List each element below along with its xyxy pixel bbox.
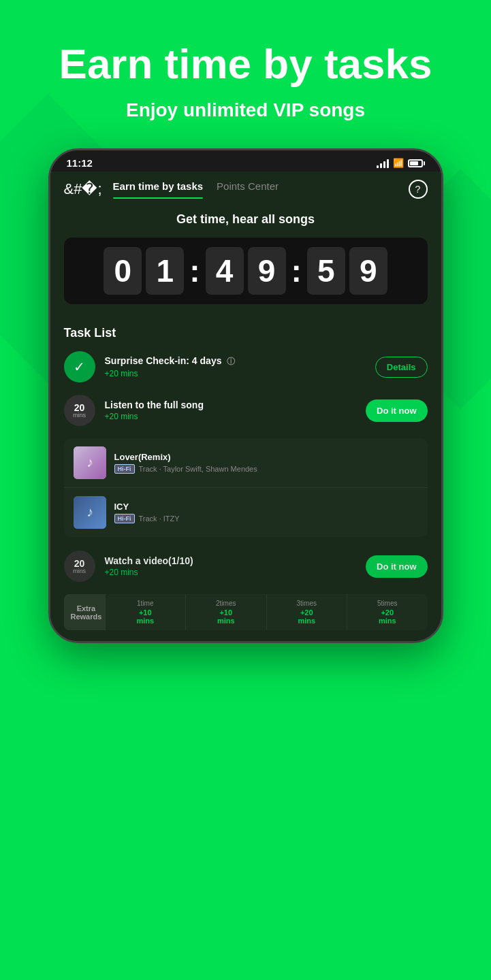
song-item-lover[interactable]: ♪ Lover(Remix) Hi-Fi Track · Taylor Swif…	[64, 438, 428, 487]
phone-mockup: 11:12 📶 &#�; Earn time by tasks Points C…	[48, 148, 443, 643]
timer-digit-2: 4	[206, 247, 244, 295]
nav-tabs: Earn time by tasks Points Center	[113, 180, 398, 199]
task-item-video: 20 mins Watch a video(1/10) +20 mins Do …	[64, 548, 428, 582]
task-list-title: Task List	[64, 326, 428, 340]
status-bar: 11:12 📶	[50, 150, 441, 172]
task-name-checkin: Surprise Check-in: 4 days ⓘ	[105, 355, 366, 368]
extra-cell-label-1: 1time	[110, 600, 182, 607]
song-artist-icy: Track · ITZY	[139, 514, 180, 523]
task-info-video: Watch a video(1/10) +20 mins	[105, 555, 357, 577]
details-button[interactable]: Details	[375, 357, 428, 378]
extra-cell-value-3: +20mins	[271, 608, 343, 625]
extra-cell-label-4: 5times	[351, 600, 424, 607]
extra-cell-value-2: +10mins	[190, 608, 262, 625]
song-thumb-lover: ♪	[74, 446, 106, 479]
extra-rewards-row: ExtraRewards 1time +10mins 2times +10min…	[64, 594, 428, 630]
battery-icon	[408, 159, 425, 167]
wifi-icon: 📶	[393, 158, 404, 168]
timer-colon-1: :	[189, 252, 200, 289]
hifi-badge-lover: Hi-Fi	[114, 464, 135, 474]
tab-points-center[interactable]: Points Center	[217, 180, 279, 199]
listen-mins-num: 20	[74, 403, 85, 412]
signal-icon	[377, 159, 389, 168]
do-it-now-button-video[interactable]: Do it now	[366, 555, 428, 578]
video-mins-label: mins	[73, 568, 86, 574]
timer-digit-3: 9	[248, 247, 286, 295]
extra-cells: 1time +10mins 2times +10mins 3times +20m…	[105, 594, 428, 630]
song-item-icy[interactable]: ♪ ICY Hi-Fi Track · ITZY	[64, 487, 428, 537]
status-time: 11:12	[67, 157, 93, 169]
task-name-video: Watch a video(1/10)	[105, 555, 357, 566]
extra-cell-label-2: 2times	[190, 600, 262, 607]
timer-section: Get time, hear all songs 0 1 : 4 9 : 5 9	[50, 199, 441, 315]
timer-subtitle: Get time, hear all songs	[64, 212, 428, 227]
timer-digit-4: 5	[307, 247, 345, 295]
icy-cover-art: ♪	[74, 496, 106, 529]
song-list: ♪ Lover(Remix) Hi-Fi Track · Taylor Swif…	[64, 438, 428, 537]
timer-display: 0 1 : 4 9 : 5 9	[64, 238, 428, 304]
extra-cell-label-3: 3times	[271, 600, 343, 607]
extra-cell-value-1: +10mins	[110, 608, 182, 625]
task-info-listen: Listen to the full song +20 mins	[105, 399, 357, 421]
task-list-section: Task List ✓ Surprise Check-in: 4 days ⓘ …	[50, 315, 441, 641]
extra-cell-4: 5times +20mins	[347, 594, 428, 630]
listen-mins-label: mins	[73, 412, 86, 419]
extra-cell-value-4: +20mins	[351, 608, 424, 625]
do-it-now-button-listen[interactable]: Do it now	[366, 399, 428, 422]
timer-digit-0: 0	[104, 247, 142, 295]
timer-digit-1: 1	[146, 247, 184, 295]
header-section: Earn time by tasks Enjoy unlimited VIP s…	[0, 0, 491, 121]
task-item-checkin: ✓ Surprise Check-in: 4 days ⓘ +20 mins D…	[64, 351, 428, 382]
song-meta-icy: Hi-Fi Track · ITZY	[114, 514, 418, 523]
song-info-lover: Lover(Remix) Hi-Fi Track · Taylor Swift,…	[114, 452, 418, 474]
timer-colon-2: :	[291, 252, 302, 289]
song-info-icy: ICY Hi-Fi Track · ITZY	[114, 502, 418, 523]
extra-rewards-label: ExtraRewards	[64, 594, 105, 630]
help-button[interactable]: ?	[409, 180, 428, 199]
task-name-listen: Listen to the full song	[105, 399, 357, 410]
svg-text:♪: ♪	[86, 455, 93, 470]
task-item-listen: 20 mins Listen to the full song +20 mins…	[64, 395, 428, 426]
song-artist-lover: Track · Taylor Swift, Shawn Mendes	[139, 465, 257, 473]
task-info-checkin: Surprise Check-in: 4 days ⓘ +20 mins	[105, 355, 366, 378]
sub-title: Enjoy unlimited VIP songs	[0, 99, 491, 121]
svg-text:♪: ♪	[86, 504, 93, 519]
back-button[interactable]: &#�;	[64, 180, 102, 198]
tab-earn-time[interactable]: Earn time by tasks	[113, 180, 204, 199]
main-title: Earn time by tasks	[0, 41, 491, 87]
listen-icon: 20 mins	[64, 395, 95, 426]
task-reward-listen: +20 mins	[105, 412, 357, 421]
hifi-badge-icy: Hi-Fi	[114, 514, 135, 523]
video-mins-num: 20	[74, 559, 85, 568]
extra-cell-2: 2times +10mins	[185, 594, 266, 630]
lover-cover-art: ♪	[74, 446, 106, 479]
task-reward-video: +20 mins	[105, 568, 357, 577]
song-title-lover: Lover(Remix)	[114, 452, 418, 462]
video-icon: 20 mins	[64, 551, 95, 582]
song-title-icy: ICY	[114, 502, 418, 512]
extra-cell-3: 3times +20mins	[266, 594, 347, 630]
song-meta-lover: Hi-Fi Track · Taylor Swift, Shawn Mendes	[114, 464, 418, 474]
song-thumb-icy: ♪	[74, 496, 106, 529]
status-icons: 📶	[377, 158, 425, 168]
app-nav: &#�; Earn time by tasks Points Center ?	[50, 172, 441, 199]
timer-digit-5: 9	[349, 247, 387, 295]
info-icon: ⓘ	[227, 357, 235, 366]
task-reward-checkin: +20 mins	[105, 369, 366, 378]
checkin-icon: ✓	[64, 351, 95, 382]
extra-cell-1: 1time +10mins	[105, 594, 186, 630]
phone-frame: 11:12 📶 &#�; Earn time by tasks Points C…	[48, 148, 443, 643]
check-mark: ✓	[74, 359, 85, 375]
